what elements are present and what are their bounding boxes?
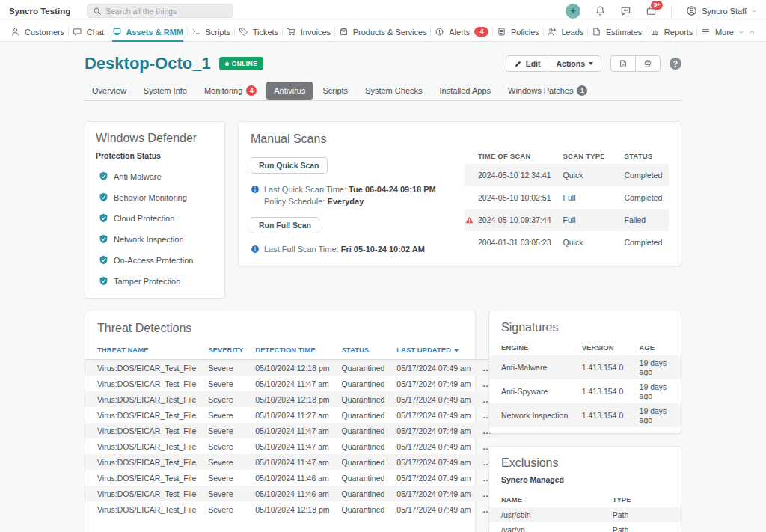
sortable-column-header[interactable]: DETECTION TIME [249,342,335,360]
sort-desc-icon [454,349,459,352]
quick-add-button[interactable]: + [566,4,580,19]
printer-icon [643,59,652,68]
protection-label: Behavior Monitoring [114,193,187,202]
tab-system-checks[interactable]: System Checks [358,82,429,100]
divider [68,27,69,37]
nav-item-chat[interactable]: Chat [73,22,104,42]
sortable-column-header[interactable]: STATUS [336,342,391,360]
nav-label: Chat [87,28,104,37]
run-full-scan-button[interactable]: Run Full Scan [251,217,319,233]
tab-windows-patches[interactable]: Windows Patches 1 [500,81,595,100]
shield-check-icon [99,171,108,181]
nav-item-products-services[interactable]: Products & Services [339,22,427,42]
run-quick-scan-button[interactable]: Run Quick Scan [251,157,328,174]
nav-item-leads[interactable]: Leads [547,22,583,42]
column-header: VERSION [577,340,635,355]
edit-button[interactable]: Edit [506,55,549,72]
threat-row: Virus:DOS/EICAR_Test_FileSevere05/10/202… [85,376,497,391]
tab-system-info[interactable]: System Info [136,82,194,100]
nav-label: Tickets [253,28,278,37]
tag-icon [239,27,248,37]
threat-detections-table: THREAT NAME SEVERITY DETECTION TIME STAT… [85,342,497,517]
tab-overview[interactable]: Overview [85,82,134,100]
threat-row: Virus:DOS/EICAR_Test_FileSevere05/10/202… [85,438,497,454]
threat-row: Virus:DOS/EICAR_Test_FileSevere05/10/202… [85,391,497,407]
threat-row: Virus:DOS/EICAR_Test_FileSevere05/10/202… [85,360,497,376]
global-search[interactable] [87,4,233,18]
signatures-card: Signatures ENGINE VERSION AGE Anti-Malwa… [488,311,681,434]
nav-item-invoices[interactable]: Invoices [287,22,331,42]
nav-item-reports[interactable]: Reports [650,22,693,42]
nav-item-more[interactable]: More [701,22,744,42]
tab-monitoring[interactable]: Monitoring 4 [197,81,264,100]
divider [646,27,646,37]
sortable-column-header[interactable]: SEVERITY [202,342,249,360]
exclusions-card: Exclusions Syncro Managed NAME TYPE /usr… [488,446,681,532]
divider [234,27,235,37]
nav-item-alerts[interactable]: Alerts 4 [435,22,488,42]
chat-bubble-icon[interactable] [620,5,631,16]
exclusions-subtitle: Syncro Managed [489,475,681,484]
chevron-up-icon [748,28,756,36]
user-menu[interactable]: Syncro Staff [686,5,757,16]
manual-scans-card: Manual Scans Run Quick Scan Last Quick S… [238,121,681,266]
warning-triangle-icon [465,216,474,224]
policy-schedule-info: Policy Schedule: Everyday [264,197,451,206]
last-quick-scan-info: Last Quick Scan Time: Tue 06-04-24 09:18… [251,185,451,194]
table-row: Anti-Spyware1.413.154.019 days ago [489,379,681,403]
nav-item-tickets[interactable]: Tickets [239,22,278,42]
alerts-count-badge: 4 [474,27,488,37]
actions-button[interactable]: Actions [548,55,601,72]
protection-label: Tamper Protection [114,277,180,286]
nav-label: More [715,28,734,37]
monitoring-count-badge: 4 [246,85,257,96]
tab-label: Monitoring [204,86,242,95]
mailbox-icon[interactable]: 5+ [646,5,657,16]
shield-check-icon [99,255,108,265]
tab-scripts[interactable]: Scripts [315,82,355,100]
last-full-scan-label: Last Full Scan Time: [264,245,339,254]
pencil-icon [514,60,522,68]
hamburger-icon [701,27,711,37]
table-row: Network Inspection1.413.154.019 days ago [489,403,681,427]
nav-label: Estimates [606,28,642,37]
table-row: 2024-05-10 12:34:41 Quick Completed [465,164,669,186]
nav-label: Customers [25,28,64,37]
nav-collapse-button[interactable] [748,22,756,42]
nav-item-scripts[interactable]: Scripts [192,22,231,42]
person-plus-icon [547,27,557,37]
threat-row: Virus:DOS/EICAR_Test_FileSevere05/10/202… [85,454,497,470]
nav-item-estimates[interactable]: Estimates [592,22,642,42]
last-quick-scan-value: Tue 06-04-24 09:18 PM [349,185,436,194]
sortable-column-header[interactable]: THREAT NAME [85,342,202,360]
nav-item-assets-rmm[interactable]: Assets & RMM [112,22,183,42]
nav-item-customers[interactable]: Customers [10,22,64,42]
tab-label: Scripts [322,86,348,95]
shield-check-icon [99,234,108,244]
threat-row: Virus:DOS/EICAR_Test_FileSevere05/10/202… [85,470,497,486]
actions-label: Actions [556,59,585,68]
column-header: NAME [489,492,608,507]
table-row: /usr/sbinPath [489,507,681,522]
windows-defender-card: Windows Defender Protection Status Anti … [85,121,225,299]
help-button[interactable]: ? [670,58,681,70]
exclusions-table: NAME TYPE /usr/sbinPath /var/ypPath /mnt… [489,492,681,532]
protection-item: On-Access Protection [96,255,214,265]
nav-label: Scripts [206,28,231,37]
notifications-bell-icon[interactable] [595,5,606,16]
nav-item-policies[interactable]: Policies [497,22,539,42]
search-icon [93,7,102,16]
sortable-column-header[interactable]: LAST UPDATED [390,342,477,360]
tab-label: System Checks [365,86,422,95]
print-button[interactable] [635,55,661,72]
export-pdf-button[interactable] [610,55,636,72]
tab-antivirus[interactable]: Antivirus [266,82,313,100]
threat-row: Virus:DOS/EICAR_Test_FileSevere05/10/202… [85,486,497,501]
tab-installed-apps[interactable]: Installed Apps [432,82,499,100]
box-icon [339,27,349,37]
divider [696,27,697,37]
protection-label: On-Access Protection [114,256,193,265]
document-icon [497,27,506,37]
search-input[interactable] [105,7,227,16]
scan-history-table: TIME OF SCAN SCAN TYPE STATUS 2024-05-10… [465,149,669,254]
